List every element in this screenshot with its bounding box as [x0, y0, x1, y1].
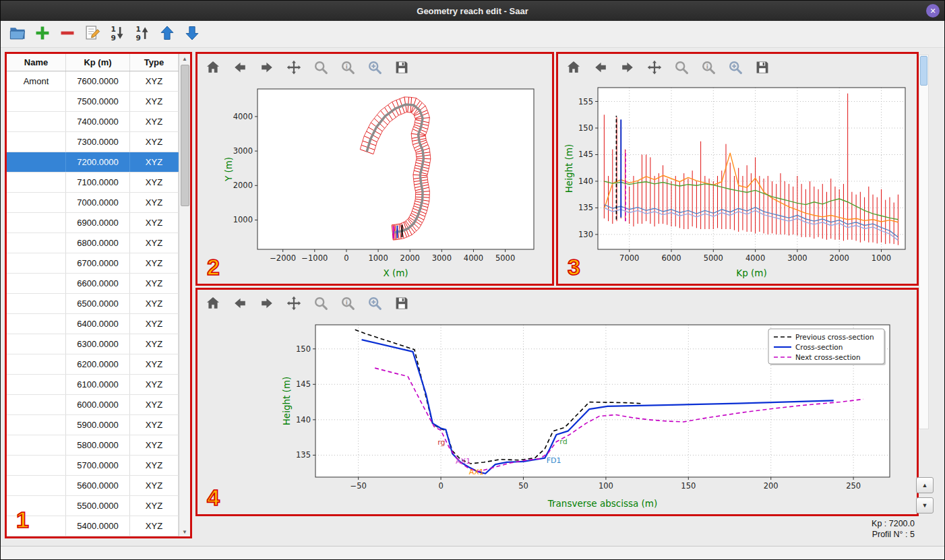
scroll-down-icon[interactable]: ▼	[182, 527, 187, 536]
cell-kp[interactable]: 6400.0000	[66, 314, 130, 334]
back-icon[interactable]	[231, 59, 249, 76]
profile-down-button[interactable]: ▼	[916, 497, 934, 514]
home-icon[interactable]	[204, 294, 222, 312]
cell-name[interactable]	[7, 233, 66, 253]
scroll-up-icon[interactable]: ▲	[182, 54, 187, 63]
column-header-name[interactable]: Name	[7, 54, 66, 71]
forward-icon[interactable]	[258, 59, 276, 76]
cell-type[interactable]: XYZ	[130, 395, 179, 414]
cell-name[interactable]	[7, 213, 66, 232]
right-scrollbar[interactable]	[919, 55, 929, 429]
move-down-button[interactable]	[182, 24, 202, 44]
table-row[interactable]: 5700.0000XYZ	[7, 456, 190, 476]
table-row[interactable]: 7400.0000XYZ	[7, 112, 190, 132]
cell-type[interactable]: XYZ	[130, 415, 179, 435]
zoom-icon[interactable]	[673, 59, 690, 76]
cell-type[interactable]: XYZ	[130, 92, 179, 111]
cell-name[interactable]	[7, 476, 66, 495]
cell-kp[interactable]: 5600.0000	[66, 476, 130, 495]
table-row[interactable]: 6000.0000XYZ	[7, 395, 190, 415]
table-row[interactable]: 7000.0000XYZ	[7, 193, 190, 213]
cell-type[interactable]: XYZ	[130, 193, 179, 212]
home-icon[interactable]	[204, 59, 222, 76]
cell-name[interactable]	[7, 314, 66, 334]
cell-type[interactable]: XYZ	[130, 294, 179, 313]
cell-kp[interactable]: 5700.0000	[66, 456, 130, 475]
cell-type[interactable]: XYZ	[130, 213, 179, 232]
cell-kp[interactable]: 7200.0000	[66, 152, 130, 172]
cell-name[interactable]	[7, 132, 66, 152]
zoom-icon[interactable]	[312, 59, 330, 76]
cell-type[interactable]: XYZ	[130, 476, 179, 495]
table-row[interactable]: 6800.0000XYZ	[7, 233, 190, 253]
forward-icon[interactable]	[258, 294, 276, 312]
configure-subplots-icon[interactable]: i	[339, 294, 357, 312]
cell-kp[interactable]: 6100.0000	[66, 375, 130, 394]
table-scrollbar-thumb[interactable]	[181, 65, 189, 206]
cell-type[interactable]: XYZ	[130, 354, 179, 374]
table-row[interactable]: 7300.0000XYZ	[7, 132, 190, 152]
back-icon[interactable]	[592, 59, 609, 76]
cell-kp[interactable]: 5400.0000	[66, 516, 130, 536]
cell-type[interactable]: XYZ	[130, 516, 179, 536]
table-row[interactable]: 5500.0000XYZ	[7, 496, 190, 516]
move-up-button[interactable]	[157, 24, 177, 44]
customize-icon[interactable]	[727, 59, 744, 76]
table-row[interactable]: 5900.0000XYZ	[7, 415, 190, 435]
save-icon[interactable]	[393, 294, 410, 312]
cell-kp[interactable]: 7000.0000	[66, 193, 130, 212]
cell-name[interactable]	[7, 274, 66, 293]
sort-descending-button[interactable]: 19	[132, 24, 152, 44]
cell-kp[interactable]: 5500.0000	[66, 496, 130, 516]
cell-name[interactable]	[7, 375, 66, 394]
cell-name[interactable]	[7, 253, 66, 273]
edit-row-button[interactable]	[82, 24, 102, 44]
customize-icon[interactable]	[366, 294, 384, 312]
cell-name[interactable]	[7, 395, 66, 414]
pan-icon[interactable]	[285, 59, 303, 76]
cell-type[interactable]: XYZ	[130, 112, 179, 131]
cell-kp[interactable]: 5900.0000	[66, 415, 130, 435]
table-row[interactable]: 5600.0000XYZ	[7, 476, 190, 496]
cell-kp[interactable]: 6500.0000	[66, 294, 130, 313]
cell-type[interactable]: XYZ	[130, 314, 179, 334]
cell-name[interactable]	[7, 112, 66, 131]
cell-type[interactable]: XYZ	[130, 152, 179, 172]
cell-name[interactable]	[7, 294, 66, 313]
table-row[interactable]: 6100.0000XYZ	[7, 375, 190, 395]
cell-kp[interactable]: 6600.0000	[66, 274, 130, 293]
add-row-button[interactable]	[32, 24, 53, 44]
table-scrollbar[interactable]: ▲ ▼	[179, 54, 190, 536]
plan-view-chart[interactable]: −2000−1000010002000300040005000100020003…	[200, 81, 550, 280]
cell-type[interactable]: XYZ	[130, 253, 179, 273]
cell-type[interactable]: XYZ	[130, 233, 179, 253]
cell-type[interactable]: XYZ	[130, 334, 179, 354]
cell-kp[interactable]: 7600.0000	[66, 71, 130, 91]
table-row[interactable]: 5800.0000XYZ	[7, 435, 190, 456]
table-row[interactable]: 6500.0000XYZ	[7, 294, 190, 314]
cross-section-chart[interactable]: rgrdFD1AX1AX1−50050100150200250135140145…	[200, 317, 915, 511]
configure-subplots-icon[interactable]: i	[339, 59, 357, 76]
cell-name[interactable]	[7, 334, 66, 354]
cell-type[interactable]: XYZ	[130, 456, 179, 475]
cell-type[interactable]: XYZ	[130, 173, 179, 192]
cell-kp[interactable]: 6700.0000	[66, 253, 130, 273]
table-row[interactable]: 7500.0000XYZ	[7, 92, 190, 112]
pan-icon[interactable]	[285, 294, 303, 312]
table-row[interactable]: 5400.0000XYZ	[7, 516, 190, 536]
cell-type[interactable]: XYZ	[130, 496, 179, 516]
save-icon[interactable]	[754, 59, 771, 76]
profile-up-button[interactable]: ▲	[916, 477, 934, 493]
open-file-button[interactable]	[7, 24, 28, 44]
right-scrollbar-thumb[interactable]	[920, 56, 927, 86]
zoom-icon[interactable]	[312, 294, 330, 312]
cell-name[interactable]	[7, 415, 66, 435]
cell-type[interactable]: XYZ	[130, 132, 179, 152]
table-row[interactable]: 6600.0000XYZ	[7, 274, 190, 294]
cell-kp[interactable]: 6800.0000	[66, 233, 130, 253]
table-row[interactable]: 6200.0000XYZ	[7, 354, 190, 375]
configure-subplots-icon[interactable]: i	[700, 59, 717, 76]
back-icon[interactable]	[231, 294, 249, 312]
save-icon[interactable]	[393, 59, 410, 76]
cell-kp[interactable]: 6900.0000	[66, 213, 130, 232]
